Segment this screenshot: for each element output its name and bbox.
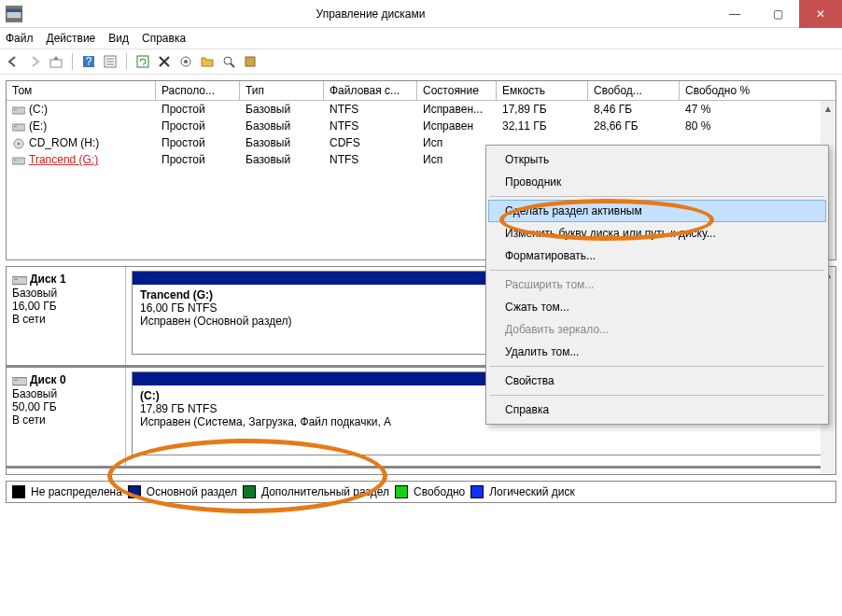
svg-rect-1 <box>7 9 21 12</box>
zoom-icon[interactable] <box>219 52 238 71</box>
svg-line-13 <box>231 63 234 67</box>
properties-icon[interactable] <box>101 52 119 71</box>
help-icon[interactable]: ? <box>79 52 98 71</box>
close-button[interactable]: ✕ <box>799 0 842 28</box>
menu-item[interactable]: Свойства <box>488 370 826 392</box>
svg-rect-14 <box>246 57 255 66</box>
legend-swatch <box>243 485 256 498</box>
up-icon[interactable] <box>47 52 65 71</box>
col-layout[interactable]: Располо... <box>156 81 240 100</box>
col-free[interactable]: Свобод... <box>588 81 680 100</box>
svg-rect-23 <box>12 276 27 284</box>
volume-layout: Простой <box>156 119 240 133</box>
cd-icon <box>12 138 25 149</box>
svg-rect-15 <box>12 107 25 114</box>
titlebar: Управление дисками — ▢ ✕ <box>0 0 842 28</box>
tools-icon[interactable] <box>241 52 260 71</box>
volume-fs: CDFS <box>324 136 417 149</box>
menu-view[interactable]: Вид <box>108 32 129 45</box>
settings-icon[interactable] <box>176 52 195 71</box>
menu-separator <box>490 270 824 271</box>
volume-fs: NTFS <box>324 119 417 133</box>
scroll-up-icon[interactable]: ▴ <box>821 101 835 116</box>
disk-icon <box>12 273 27 287</box>
app-icon <box>6 6 22 22</box>
col-pct[interactable]: Свободно % <box>680 81 798 100</box>
svg-rect-18 <box>14 126 17 127</box>
volume-type: Базовый <box>240 153 324 166</box>
col-capacity[interactable]: Емкость <box>497 81 588 100</box>
disk-state: В сети <box>12 413 119 427</box>
col-type[interactable]: Тип <box>240 81 324 100</box>
toolbar: ? <box>0 49 842 75</box>
context-menu: ОткрытьПроводникСделать раздел активнымИ… <box>485 145 829 425</box>
refresh-icon[interactable] <box>133 52 152 71</box>
volume-name: CD_ROM (H:) <box>29 136 99 149</box>
volume-pct: 80 % <box>680 119 798 133</box>
svg-point-20 <box>18 142 21 145</box>
menu-action[interactable]: Действие <box>47 32 96 45</box>
col-status[interactable]: Состояние <box>417 81 497 100</box>
maximize-button[interactable]: ▢ <box>756 0 799 28</box>
disk-icon <box>12 374 27 387</box>
menu-item[interactable]: Открыть <box>488 148 826 171</box>
table-row[interactable]: (E:)ПростойБазовыйNTFSИсправен32,11 ГБ28… <box>7 118 835 134</box>
volume-free: 8,46 ГБ <box>588 103 680 116</box>
svg-rect-9 <box>137 56 148 67</box>
forward-icon[interactable] <box>25 52 44 71</box>
volume-capacity: 17,89 ГБ <box>497 103 588 116</box>
partition-status: Исправен (Основной раздел) <box>140 315 291 328</box>
volume-free: 28,66 ГБ <box>588 119 680 133</box>
svg-rect-22 <box>14 160 17 161</box>
volume-pct: 47 % <box>680 103 798 116</box>
legend-swatch <box>470 485 484 498</box>
volume-status: Исправен... <box>417 103 497 116</box>
svg-rect-25 <box>12 377 27 385</box>
volume-name: Trancend (G:) <box>29 153 98 166</box>
menu-item[interactable]: Изменить букву диска или путь к диску... <box>488 222 826 245</box>
menu-item[interactable]: Проводник <box>488 171 826 193</box>
svg-point-11 <box>184 60 188 63</box>
disk-state: В сети <box>12 313 119 326</box>
volume-status: Исправен <box>417 119 497 133</box>
disk-kind: Базовый <box>12 287 119 300</box>
col-volume[interactable]: Том <box>7 81 156 100</box>
delete-icon[interactable] <box>155 52 174 71</box>
volume-fs: NTFS <box>324 103 417 116</box>
menu-item[interactable]: Форматировать... <box>488 245 826 267</box>
menu-help[interactable]: Справка <box>142 32 186 45</box>
svg-rect-26 <box>14 380 17 381</box>
volume-name: (E:) <box>29 119 47 133</box>
menu-item[interactable]: Сжать том... <box>488 296 826 318</box>
minimize-button[interactable]: — <box>713 0 756 28</box>
menu-item[interactable]: Удалить том... <box>488 341 826 363</box>
open-folder-icon[interactable] <box>198 52 217 71</box>
volume-layout: Простой <box>156 153 240 166</box>
disk-size: 50,00 ГБ <box>12 400 119 413</box>
disk-kind: Базовый <box>12 387 119 400</box>
svg-rect-2 <box>50 60 62 67</box>
menubar: Файл Действие Вид Справка <box>0 28 842 49</box>
partition-size: 16,00 ГБ NTFS <box>140 301 217 315</box>
back-icon[interactable] <box>4 52 22 71</box>
menu-item[interactable]: Сделать раздел активным <box>488 200 826 222</box>
table-row[interactable]: (C:)ПростойБазовыйNTFSИсправен...17,89 Г… <box>7 101 835 118</box>
menu-separator <box>490 395 824 396</box>
volume-name: (C:) <box>29 103 48 116</box>
volume-capacity: 32,11 ГБ <box>497 119 588 133</box>
menu-item[interactable]: Справка <box>488 399 826 421</box>
legend-label: Дополнительный раздел <box>261 485 389 498</box>
legend-label: Не распределена <box>31 485 122 498</box>
col-fs[interactable]: Файловая с... <box>324 81 417 100</box>
partition-title: (C:) <box>140 389 160 402</box>
partition-title: Trancend (G:) <box>140 288 213 301</box>
legend-swatch <box>395 485 408 498</box>
legend-label: Логический диск <box>489 485 575 498</box>
disk-label: Диск 1 <box>30 273 66 286</box>
volume-layout: Простой <box>156 136 240 149</box>
svg-point-12 <box>224 57 232 64</box>
menu-file[interactable]: Файл <box>6 32 34 45</box>
drive-icon <box>12 155 25 166</box>
svg-text:?: ? <box>86 55 92 68</box>
disk-info: Диск 1Базовый16,00 ГБВ сети <box>7 267 126 365</box>
